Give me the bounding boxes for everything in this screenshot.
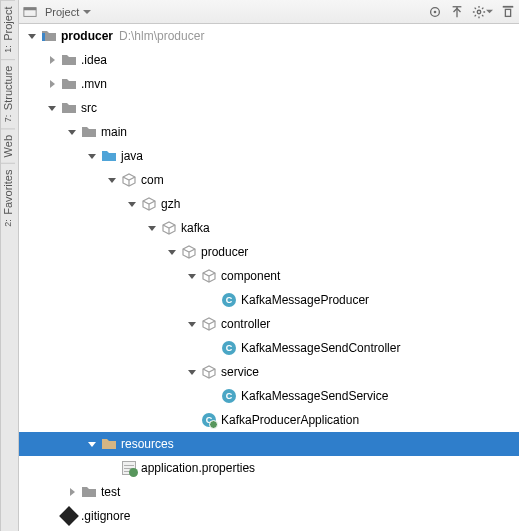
package-icon [201, 316, 217, 332]
tree-node-label: component [221, 269, 280, 283]
tree-row[interactable]: producerD:\hlm\producer [19, 24, 519, 48]
svg-marker-2 [83, 10, 91, 14]
tree-row[interactable]: src [19, 96, 519, 120]
tree-node-label: gzh [161, 197, 180, 211]
collapse-arrow-icon[interactable] [105, 173, 119, 187]
tree-node-label: resources [121, 437, 174, 451]
svg-marker-14 [50, 80, 55, 88]
module-folder-icon [41, 28, 57, 44]
tree-node-label: producer [201, 245, 248, 259]
collapse-arrow-icon[interactable] [145, 221, 159, 235]
tree-node-label: KafkaMessageSendController [241, 341, 400, 355]
tree-row[interactable]: kafka [19, 216, 519, 240]
svg-point-4 [434, 10, 437, 13]
sidebar-tab-web[interactable]: Web [1, 128, 15, 163]
tree-node-label: .gitignore [81, 509, 130, 523]
project-view-selector[interactable]: Project [41, 4, 95, 20]
collapse-arrow-icon[interactable] [65, 125, 79, 139]
svg-point-7 [477, 10, 481, 14]
folder-icon [81, 124, 97, 140]
tree-node-label: service [221, 365, 259, 379]
gear-icon [472, 5, 486, 19]
project-view-icon [23, 5, 37, 19]
tree-row[interactable]: CKafkaProducerApplication [19, 408, 519, 432]
tree-row[interactable]: .mvn [19, 72, 519, 96]
resources-folder-icon [101, 436, 117, 452]
collapse-arrow-icon[interactable] [165, 245, 179, 259]
collapse-arrow-icon[interactable] [185, 365, 199, 379]
expand-arrow-icon[interactable] [45, 77, 59, 91]
expand-arrow-icon[interactable] [65, 485, 79, 499]
package-icon [141, 196, 157, 212]
folder-icon [61, 76, 77, 92]
collapse-all-icon[interactable] [450, 5, 464, 19]
tree-row[interactable]: CKafkaMessageProducer [19, 288, 519, 312]
tree-node-label: KafkaMessageProducer [241, 293, 369, 307]
folder-icon [61, 100, 77, 116]
tree-node-label: com [141, 173, 164, 187]
tree-node-label: test [101, 485, 120, 499]
tree-node-label: controller [221, 317, 270, 331]
properties-file-icon [121, 460, 137, 476]
svg-marker-23 [188, 322, 196, 327]
tree-row[interactable]: controller [19, 312, 519, 336]
tree-node-label: java [121, 149, 143, 163]
tree-row[interactable]: CKafkaMessageSendController [19, 336, 519, 360]
expand-arrow-icon[interactable] [45, 53, 59, 67]
tree-row[interactable]: com [19, 168, 519, 192]
tree-row[interactable]: java [19, 144, 519, 168]
svg-rect-12 [42, 33, 45, 41]
tree-row[interactable]: CKafkaMessageSendService [19, 384, 519, 408]
svg-marker-25 [88, 442, 96, 447]
tree-row[interactable]: service [19, 360, 519, 384]
tree-row[interactable]: producer [19, 240, 519, 264]
tree-row[interactable]: component [19, 264, 519, 288]
package-icon [201, 364, 217, 380]
tree-node-label: main [101, 125, 127, 139]
chevron-down-icon [83, 8, 91, 16]
collapse-arrow-icon[interactable] [85, 149, 99, 163]
package-icon [161, 220, 177, 236]
tree-row[interactable]: gzh [19, 192, 519, 216]
tree-node-label: kafka [181, 221, 210, 235]
svg-marker-19 [128, 202, 136, 207]
collapse-arrow-icon[interactable] [85, 437, 99, 451]
collapse-arrow-icon[interactable] [185, 269, 199, 283]
svg-marker-13 [50, 56, 55, 64]
tree-node-label: KafkaMessageSendService [241, 389, 388, 403]
scroll-from-source-icon[interactable] [428, 5, 442, 19]
sidebar-tab-structure[interactable]: 7:Structure [1, 59, 15, 128]
svg-rect-1 [24, 7, 36, 10]
svg-marker-15 [48, 106, 56, 111]
tree-node-label: .mvn [81, 77, 107, 91]
project-tree[interactable]: producerD:\hlm\producer.idea.mvnsrcmainj… [19, 24, 519, 531]
tree-row[interactable]: test [19, 480, 519, 504]
package-icon [181, 244, 197, 260]
tree-row[interactable]: application.properties [19, 456, 519, 480]
svg-rect-10 [505, 9, 510, 16]
java-class-icon: C [221, 292, 237, 308]
svg-marker-24 [188, 370, 196, 375]
tree-row[interactable]: main [19, 120, 519, 144]
collapse-arrow-icon[interactable] [25, 29, 39, 43]
tree-row[interactable]: .gitignore [19, 504, 519, 528]
sidebar-tab-project[interactable]: 1:Project [1, 0, 15, 59]
svg-marker-22 [188, 274, 196, 279]
settings-menu[interactable] [472, 5, 493, 19]
sidebar-tab-favorites[interactable]: 2:Favorites [1, 163, 15, 233]
collapse-arrow-icon[interactable] [185, 317, 199, 331]
folder-icon [61, 52, 77, 68]
tree-node-label: producer [61, 29, 113, 43]
java-class-icon: C [221, 340, 237, 356]
collapse-arrow-icon[interactable] [45, 101, 59, 115]
tree-node-label: KafkaProducerApplication [221, 413, 359, 427]
tree-node-label: src [81, 101, 97, 115]
svg-marker-8 [486, 10, 493, 14]
gitignore-icon [61, 508, 77, 524]
collapse-arrow-icon[interactable] [125, 197, 139, 211]
tree-node-label: .idea [81, 53, 107, 67]
hide-panel-icon[interactable] [501, 5, 515, 19]
chevron-down-icon [486, 8, 493, 15]
tree-row[interactable]: resources [19, 432, 519, 456]
tree-row[interactable]: .idea [19, 48, 519, 72]
